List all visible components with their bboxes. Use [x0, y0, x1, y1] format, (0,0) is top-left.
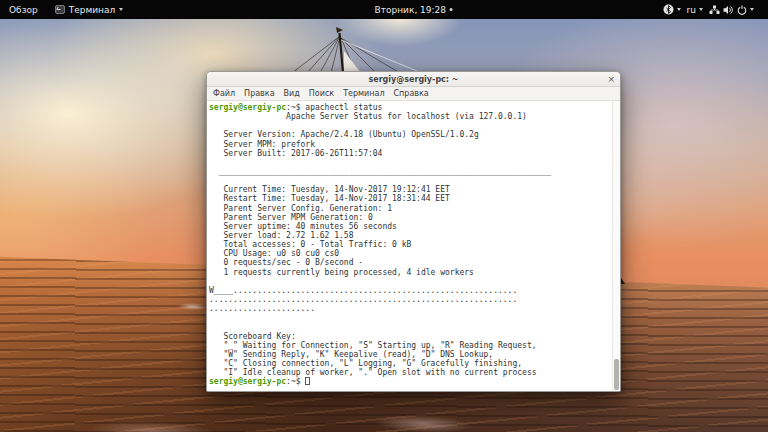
terminal-line: Server Built: 2017-06-26T11:57:04: [209, 149, 610, 158]
terminal-line: CPU Usage: u0 s0 cu0 cs0: [209, 249, 610, 258]
terminal-cursor: [305, 377, 310, 385]
chevron-down-icon: [677, 8, 681, 11]
window-title: sergiy@sergiy-pc: ~: [368, 75, 458, 84]
terminal-line: [209, 158, 610, 167]
terminal-line: Parent Server Config. Generation: 1: [209, 204, 610, 213]
keyboard-layout-button[interactable]: ru: [687, 0, 703, 19]
menu-bar: ФайлПравкаВидПоискТерминалСправка: [207, 87, 620, 101]
window-titlebar[interactable]: sergiy@sergiy-pc: ~ ×: [207, 72, 620, 87]
network-icon: [709, 5, 720, 15]
terminal-line: 0 requests/sec - 0 B/second -: [209, 258, 610, 267]
terminal-line: Server load: 2.72 1.62 1.58: [209, 231, 610, 240]
terminal-line: [209, 313, 610, 322]
terminal-line: Server Version: Apache/2.4.18 (Ubuntu) O…: [209, 130, 610, 139]
bluetooth-icon: [663, 4, 674, 15]
terminal-line: W____...................................…: [209, 286, 610, 295]
terminal-line: "I" Idle cleanup of worker, "." Open slo…: [209, 368, 610, 377]
menu-item[interactable]: Вид: [284, 89, 300, 98]
terminal-line: ......................: [209, 304, 610, 313]
scrollbar-thumb[interactable]: [614, 359, 619, 390]
terminal-line: Total accesses: 0 - Total Traffic: 0 kB: [209, 240, 610, 249]
chevron-down-icon: [750, 8, 754, 11]
terminal-line: 1 requests currently being processed, 4 …: [209, 268, 610, 277]
terminal-window: sergiy@sergiy-pc: ~ × ФайлПравкаВидПоиск…: [206, 71, 621, 392]
app-menu-button[interactable]: Терминал: [47, 0, 132, 19]
terminal-line: Restart Time: Tuesday, 14-Nov-2017 18:31…: [209, 194, 610, 203]
terminal-line: Parent Server MPM Generation: 0: [209, 213, 610, 222]
menu-item[interactable]: Поиск: [309, 89, 334, 98]
terminal-line: [209, 277, 610, 286]
terminal-line: "W" Sending Reply, "K" Keepalive (read),…: [209, 350, 610, 359]
terminal-body[interactable]: sergiy@sergiy-pc:~$ apachectl status Apa…: [207, 101, 620, 392]
terminal-line: Server MPM: prefork: [209, 140, 610, 149]
terminal-line: Current Time: Tuesday, 14-Nov-2017 19:12…: [209, 185, 610, 194]
ship-mast-graphic: [280, 19, 480, 74]
volume-icon: [723, 5, 734, 15]
terminal-line: Server uptime: 40 minutes 56 seconds: [209, 222, 610, 231]
terminal-output: sergiy@sergiy-pc:~$ apachectl status Apa…: [209, 103, 610, 392]
system-menu-button[interactable]: [709, 0, 754, 19]
terminal-line: Scoreboard Key:: [209, 332, 610, 341]
top-bar: Обзор Терминал Вторник, 19:28 ru: [0, 0, 768, 19]
terminal-line: sergiy@sergiy-pc:~$ apachectl status: [209, 103, 610, 112]
terminal-line: ........................................…: [209, 295, 610, 304]
terminal-app-icon: [55, 5, 65, 14]
menu-item[interactable]: Терминал: [343, 89, 384, 98]
terminal-line: [209, 121, 610, 130]
terminal-line: [209, 322, 610, 331]
chevron-down-icon: [119, 8, 123, 11]
menu-item[interactable]: Правка: [244, 89, 274, 98]
app-menu-label: Терминал: [69, 5, 116, 15]
desktop: Обзор Терминал Вторник, 19:28 ru: [0, 0, 768, 432]
activities-label: Обзор: [9, 5, 38, 15]
terminal-line: [209, 176, 610, 185]
terminal-line: Apache Server Status for localhost (via …: [209, 112, 610, 121]
scrollbar[interactable]: [612, 101, 620, 392]
close-button[interactable]: ×: [607, 73, 615, 86]
terminal-line: "_" Waiting for Connection, "S" Starting…: [209, 341, 610, 350]
menu-item[interactable]: Справка: [394, 89, 429, 98]
clock-button[interactable]: Вторник, 19:28: [375, 0, 453, 19]
chevron-down-icon: [699, 8, 703, 11]
notification-dot: [450, 8, 453, 11]
terminal-line: "C" Closing connection, "L" Logging, "G"…: [209, 359, 610, 368]
menu-item[interactable]: Файл: [213, 89, 235, 98]
terminal-line: ________________________________________…: [209, 167, 610, 176]
bluetooth-menu-button[interactable]: [663, 0, 681, 19]
terminal-line: sergiy@sergiy-pc:~$: [209, 377, 610, 386]
power-icon: [737, 5, 747, 15]
keyboard-layout-label: ru: [687, 5, 696, 15]
activities-button[interactable]: Обзор: [0, 0, 47, 19]
clock-label: Вторник, 19:28: [375, 5, 446, 15]
